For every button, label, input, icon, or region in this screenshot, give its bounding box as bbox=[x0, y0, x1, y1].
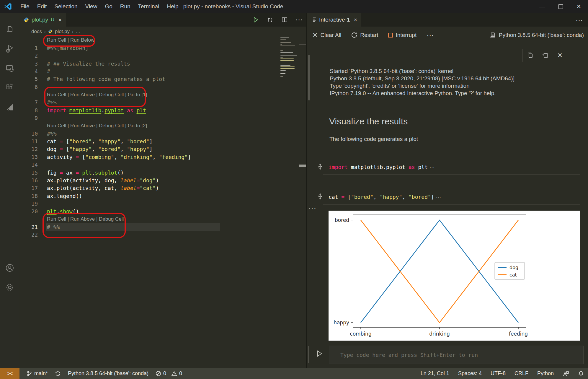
tab-close-icon[interactable]: × bbox=[58, 17, 62, 23]
problems-item[interactable]: 0 0 bbox=[156, 370, 182, 377]
indentation-item[interactable]: Spaces: 4 bbox=[458, 370, 482, 377]
code-token: "bored" bbox=[127, 138, 149, 144]
line-number: 22 bbox=[19, 232, 38, 238]
line-number: 3 bbox=[19, 61, 38, 67]
minimap-line bbox=[280, 44, 282, 45]
code-token: "combing" bbox=[85, 154, 114, 160]
line-number: 8 bbox=[19, 107, 38, 113]
menu-item-run[interactable]: Run bbox=[116, 0, 134, 13]
editor-scrollbar[interactable] bbox=[299, 44, 306, 166]
code-input-field[interactable]: Type code here and press Shift+Enter to … bbox=[329, 346, 584, 364]
gather-code-icon[interactable] bbox=[317, 163, 324, 170]
code-token: , bbox=[114, 154, 121, 160]
cell-code: import matplotlib.pyplot as plt⋯ bbox=[329, 164, 435, 170]
gather-code-icon[interactable] bbox=[317, 193, 324, 200]
code-line: 20plt.show() bbox=[19, 208, 306, 215]
eol-item[interactable]: CRLF bbox=[514, 370, 528, 377]
code-token: import bbox=[47, 107, 69, 113]
minimap-line bbox=[280, 42, 291, 43]
code-token: [ bbox=[66, 146, 69, 152]
account-icon[interactable] bbox=[0, 260, 19, 276]
settings-gear-icon[interactable] bbox=[0, 279, 19, 295]
minimize-button[interactable]: — bbox=[533, 0, 551, 13]
code-line: 22 bbox=[19, 231, 306, 239]
cursor-position-item[interactable]: Ln 21, Col 1 bbox=[421, 370, 449, 377]
git-branch-item[interactable]: main* bbox=[27, 370, 48, 377]
interrupt-icon bbox=[388, 33, 393, 38]
run-below-icon[interactable] bbox=[267, 16, 274, 23]
breadcrumb-item-file[interactable]: plot.py bbox=[55, 29, 70, 35]
kernel-picker[interactable]: Python 3.8.5 64-bit ('base': conda) bbox=[489, 32, 584, 38]
clear-all-button[interactable]: ✕ Clear All bbox=[312, 31, 341, 39]
restart-button[interactable]: Restart bbox=[351, 32, 378, 38]
extensions-icon[interactable] bbox=[0, 79, 19, 95]
feedback-icon[interactable] bbox=[563, 371, 569, 377]
maximize-button[interactable] bbox=[551, 0, 570, 13]
close-output-icon[interactable]: ✕ bbox=[557, 52, 563, 59]
interpreter-item[interactable]: Python 3.8.5 64-bit ('base': conda) bbox=[68, 370, 148, 377]
line-number: 16 bbox=[19, 177, 38, 183]
expand-more-icon[interactable]: ⋯ bbox=[436, 194, 441, 200]
text-cursor bbox=[47, 224, 47, 230]
menu-item-selection[interactable]: Selection bbox=[50, 0, 81, 13]
interrupt-button[interactable]: Interrupt bbox=[388, 32, 416, 38]
code-line: 12dog = ["happy", "bored", "happy"] bbox=[19, 145, 306, 153]
encoding-item[interactable]: UTF-8 bbox=[491, 370, 506, 377]
tab-plot-py[interactable]: plot.py U × bbox=[19, 13, 66, 27]
line-number: 21 bbox=[19, 224, 38, 230]
copy-output-icon[interactable] bbox=[527, 52, 533, 59]
remote-indicator[interactable]: >< bbox=[0, 368, 19, 379]
run-and-debug-icon[interactable] bbox=[0, 41, 19, 57]
minimap-line bbox=[280, 76, 283, 77]
menu-item-edit[interactable]: Edit bbox=[33, 0, 51, 13]
export-notebook-icon[interactable] bbox=[542, 52, 548, 59]
run-cell-icon[interactable] bbox=[252, 17, 259, 23]
code-editor[interactable]: Run Cell | Run Below1#%%[markdown]23# ##… bbox=[19, 36, 306, 239]
interactive-scrollbar-thumb[interactable] bbox=[308, 55, 310, 100]
language-mode-item[interactable]: Python bbox=[537, 370, 554, 377]
line-number: 5 bbox=[19, 76, 38, 82]
code-token: , bbox=[373, 194, 380, 200]
tab-interactive-1[interactable]: Interactive-1 × bbox=[307, 13, 361, 27]
code-line-text: # ## Visualize the results bbox=[47, 61, 130, 67]
menu-item-terminal[interactable]: Terminal bbox=[134, 0, 163, 13]
code-token: = bbox=[136, 185, 140, 191]
codelens-link[interactable]: Run Cell | Run Above | Debug Cell bbox=[47, 216, 124, 222]
explorer-icon[interactable] bbox=[0, 21, 19, 37]
code-token: . bbox=[92, 170, 95, 176]
code-token: fig bbox=[47, 170, 60, 176]
minimap-line bbox=[280, 73, 285, 74]
notifications-bell-icon[interactable] bbox=[578, 370, 584, 377]
tab-close-icon[interactable]: × bbox=[354, 17, 357, 23]
expand-more-icon[interactable]: ⋯ bbox=[429, 165, 435, 170]
more-actions-icon[interactable]: ⋯ bbox=[576, 16, 583, 24]
menu-item-file[interactable]: File bbox=[17, 0, 33, 13]
codelens-link[interactable]: Run Cell | Run Below bbox=[47, 37, 94, 43]
remote-explorer-icon[interactable] bbox=[0, 60, 19, 76]
custom-tool-icon[interactable] bbox=[0, 99, 19, 115]
sync-button[interactable] bbox=[55, 371, 61, 377]
toolbar-more-button[interactable]: ⋯ bbox=[427, 31, 434, 39]
minimap-line bbox=[280, 75, 294, 76]
breadcrumb-item-symbol[interactable]: ... bbox=[76, 29, 80, 35]
code-token: = bbox=[60, 146, 66, 152]
line-number: 11 bbox=[19, 138, 38, 144]
codelens-link[interactable]: Run Cell | Run Above | Debug Cell | Go t… bbox=[47, 92, 147, 98]
codelens-link[interactable]: Run Cell | Run Above | Debug Cell | Go t… bbox=[47, 123, 147, 129]
minimap[interactable] bbox=[280, 37, 298, 79]
code-line: 13activity = ["combing", "drinking", "fe… bbox=[19, 153, 306, 161]
menu-item-view[interactable]: View bbox=[81, 0, 101, 13]
minimap-line bbox=[280, 62, 297, 63]
more-actions-icon[interactable]: ⋯ bbox=[295, 16, 303, 24]
split-editor-icon[interactable] bbox=[281, 17, 288, 23]
code-token: plt bbox=[418, 164, 428, 170]
chart-text: feeding bbox=[509, 331, 528, 337]
editor-scrollbar-handle[interactable] bbox=[299, 165, 306, 167]
breadcrumb-item-docs[interactable]: docs bbox=[31, 29, 42, 35]
cell-gutter-more-icon[interactable]: ⋯ bbox=[308, 203, 317, 213]
title-bar: FileEditSelectionViewGoRunTerminalHelp p… bbox=[0, 0, 588, 13]
close-button[interactable]: ✕ bbox=[570, 0, 588, 13]
code-token: "bored" bbox=[98, 146, 120, 152]
menu-item-go[interactable]: Go bbox=[101, 0, 116, 13]
code-line-text: #%% bbox=[47, 131, 57, 137]
